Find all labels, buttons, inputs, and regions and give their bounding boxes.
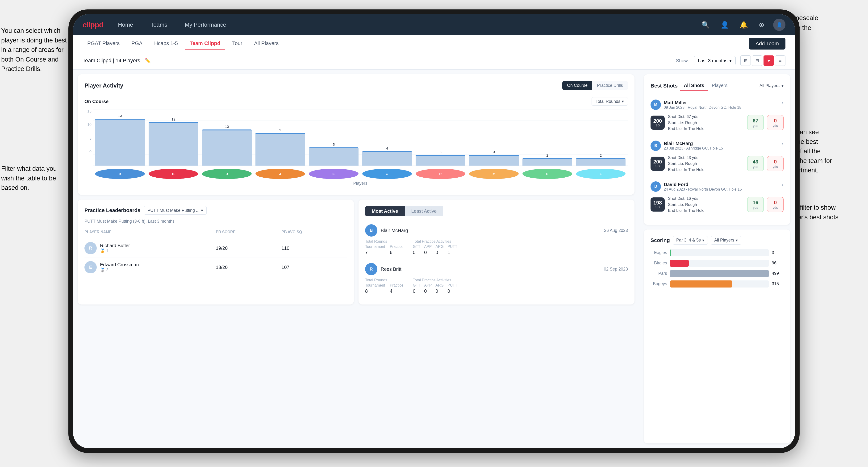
list-view-button[interactable]: ≡ xyxy=(775,55,785,66)
practice-drill-dropdown[interactable]: PUTT Must Make Putting ... ▾ xyxy=(144,206,207,215)
user-avatar[interactable]: 👤 xyxy=(773,19,785,31)
players-filter-value: All Players xyxy=(714,238,734,243)
chevron-right-icon[interactable]: › xyxy=(782,181,783,188)
bar-fill xyxy=(522,158,572,165)
shot-details-row: 200 SG Shot Dist: 67 ydsStart Lie: Rough… xyxy=(651,114,783,132)
player-avatar-bar: B xyxy=(149,168,198,179)
shots-tab-group: All Shots Players xyxy=(680,81,731,91)
grid-alt-view-button[interactable]: ⊟ xyxy=(752,55,762,66)
shot-score-badge: 200 SG xyxy=(651,116,665,130)
bar-group: 10 xyxy=(202,125,252,165)
shot-stat-unit-zero: yds xyxy=(773,124,778,128)
shot-player-card: M Matt Miller 09 Jun 2023 · Royal North … xyxy=(651,95,783,136)
shot-info-text: Shot Dist: 43 ydsStart Lie: RoughEnd Lie… xyxy=(668,155,744,173)
shot-player-details: 09 Jun 2023 · Royal North Devon GC, Hole… xyxy=(664,105,741,110)
chevron-down-icon: ▾ xyxy=(622,99,624,104)
scoring-bar-fill xyxy=(670,260,689,267)
shot-player-info: B Blair McHarg 23 Jul 2023 · Ashridge GC… xyxy=(651,141,723,151)
least-active-button[interactable]: Least Active xyxy=(405,206,443,216)
bar-group: 13 xyxy=(95,114,145,165)
col-pb-score: PB SCORE xyxy=(216,230,282,234)
shot-info-text: Shot Dist: 16 ydsStart Lie: RoughEnd Lie… xyxy=(668,195,744,214)
chevron-right-icon[interactable]: › xyxy=(782,99,783,106)
players-tab[interactable]: Players xyxy=(708,81,732,91)
tab-pga[interactable]: PGA xyxy=(127,38,147,50)
bar-value: 9 xyxy=(279,128,281,132)
edit-team-icon[interactable]: ✏️ xyxy=(145,58,151,63)
scoring-bar-value: 3 xyxy=(772,250,783,255)
timescale-dropdown[interactable]: Last 3 months ▾ xyxy=(694,56,736,65)
total-rounds-label: Total Rounds xyxy=(365,239,403,244)
player-activity-header: Player Activity On Course Practice Drill… xyxy=(85,81,628,90)
chevron-down-icon: ▾ xyxy=(702,238,704,243)
tab-tour[interactable]: Tour xyxy=(227,38,247,50)
scoring-bar-track xyxy=(670,249,769,256)
all-shots-tab[interactable]: All Shots xyxy=(680,81,708,91)
add-team-button[interactable]: Add Team xyxy=(749,38,785,50)
shot-details-row: 200 SG Shot Dist: 43 ydsStart Lie: Rough… xyxy=(651,155,783,173)
putt-group: PUTT 0 xyxy=(447,283,457,294)
player-avatar-bar: E xyxy=(522,168,572,179)
all-players-label: All Players xyxy=(760,83,780,88)
pb-score: 18/20 xyxy=(216,264,282,270)
player-avatar: E xyxy=(85,261,97,273)
shot-stat-zero: 0 yds xyxy=(767,115,783,130)
chart-area: 1312109543322 BBDJEGRMEL Players xyxy=(93,109,628,186)
par-filter-value: Par 3, 4 & 5s xyxy=(676,238,701,243)
view-icons-group: ⊞ ⊟ ♥ ≡ xyxy=(740,55,785,66)
tab-pgat-players[interactable]: PGAT Players xyxy=(83,38,124,50)
par-filter-dropdown[interactable]: Par 3, 4 & 5s ▾ xyxy=(673,236,708,245)
x-axis-label: Players xyxy=(93,181,628,186)
right-panel: Best Shots All Shots Players All Players… xyxy=(639,69,795,448)
heart-view-button[interactable]: ♥ xyxy=(764,55,774,66)
activity-player-header: B Blair McHarg 26 Aug 2023 xyxy=(365,224,628,237)
shot-player-details: 24 Aug 2023 · Royal North Devon GC, Hole… xyxy=(664,187,742,191)
shot-cards-list: M Matt Miller 09 Jun 2023 · Royal North … xyxy=(651,95,783,218)
nav-icons-group: 🔍 👤 🔔 ⊕ 👤 xyxy=(700,19,785,31)
practice-activities-label: Total Practice Activities xyxy=(413,239,457,244)
bar-value: 13 xyxy=(118,114,122,118)
practice-activities-label: Total Practice Activities xyxy=(413,278,457,282)
people-icon-button[interactable]: 👤 xyxy=(719,19,731,31)
nav-home[interactable]: Home xyxy=(115,20,136,30)
bar-group: 12 xyxy=(149,117,198,165)
shot-stat-num-zero: 0 xyxy=(774,159,777,165)
y-label-15: 15 xyxy=(85,109,92,114)
on-course-toggle-button[interactable]: On Course xyxy=(562,81,592,90)
grid-view-button[interactable]: ⊞ xyxy=(740,55,751,66)
bar-group: 3 xyxy=(415,150,465,165)
shot-stat-num-zero: 0 xyxy=(774,199,777,206)
scoring-bar-fill xyxy=(670,280,733,287)
scoring-bar-label: Eagles xyxy=(651,250,667,255)
arg-value: 0 xyxy=(435,288,444,294)
nav-teams[interactable]: Teams xyxy=(148,20,170,30)
practice-group: Practice 6 xyxy=(390,245,404,255)
practice-drills-toggle-button[interactable]: Practice Drills xyxy=(592,81,628,90)
player-avatar-bar: M xyxy=(469,168,519,179)
plus-circle-icon-button[interactable]: ⊕ xyxy=(757,19,766,31)
leaderboard-player-row: E Edward Crossman 🥈 2 18/20 107 xyxy=(85,258,347,277)
tournament-label: Tournament xyxy=(365,245,385,249)
rounds-values: Tournament 8 Practice 4 xyxy=(365,283,403,294)
activity-date: 26 Aug 2023 xyxy=(604,228,628,233)
nav-my-performance[interactable]: My Performance xyxy=(182,20,229,30)
shot-player-text: David Ford 24 Aug 2023 · Royal North Dev… xyxy=(664,182,742,191)
shot-score-num: 198 xyxy=(653,200,662,206)
best-shots-card: Best Shots All Shots Players All Players… xyxy=(644,74,790,225)
chevron-down-icon: ▾ xyxy=(201,208,203,213)
gtt-group: GTT 0 xyxy=(413,245,420,255)
bell-icon-button[interactable]: 🔔 xyxy=(738,19,750,31)
tab-team-clippd[interactable]: Team Clippd xyxy=(185,38,225,50)
shot-stat-unit-yds: yds xyxy=(753,165,758,168)
total-rounds-filter-button[interactable]: Total Rounds ▾ xyxy=(592,97,628,106)
pb-avg-sq: 107 xyxy=(282,264,347,270)
tab-all-players[interactable]: All Players xyxy=(249,38,283,50)
players-filter-dropdown[interactable]: All Players ▾ xyxy=(711,236,741,245)
all-players-filter[interactable]: All Players ▾ xyxy=(760,83,783,88)
most-active-button[interactable]: Most Active xyxy=(365,206,405,216)
tab-hcaps[interactable]: Hcaps 1-5 xyxy=(150,38,183,50)
bar-chart: 15 10 5 0 1312109543322 BBDJEGRMEL Playe… xyxy=(85,109,628,186)
search-icon-button[interactable]: 🔍 xyxy=(700,19,712,31)
chevron-right-icon[interactable]: › xyxy=(782,141,783,147)
leaderboard-player-row: R Richard Butler 🥇 1 19/20 110 xyxy=(85,239,347,258)
